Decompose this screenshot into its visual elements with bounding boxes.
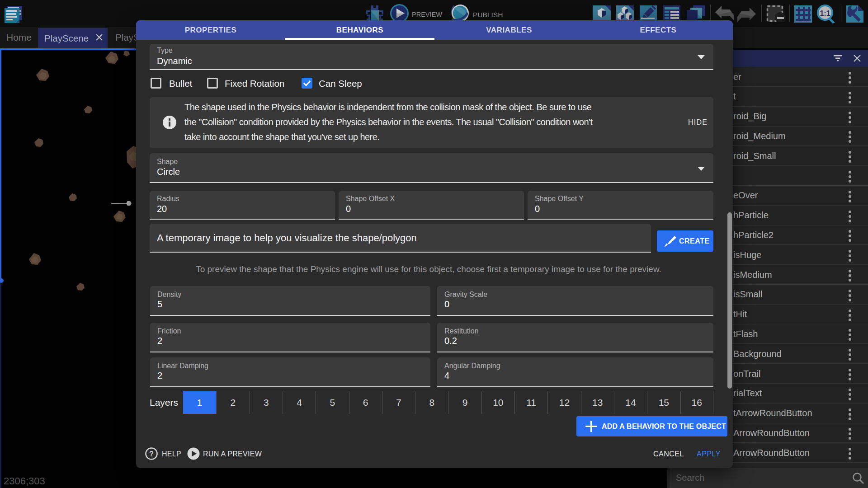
svg-text:?: ?: [149, 450, 154, 458]
svg-text:1:1: 1:1: [820, 9, 830, 17]
